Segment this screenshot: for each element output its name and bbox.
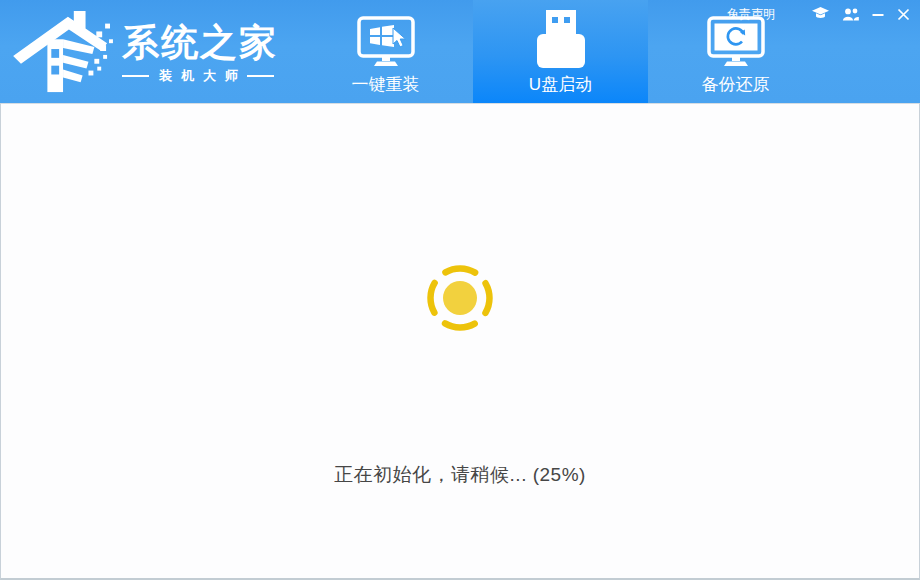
app-logo: 系统之家 装机大师: [12, 6, 278, 96]
usb-drive-icon: [529, 10, 593, 68]
minimize-button[interactable]: [872, 6, 884, 22]
disclaimer-link[interactable]: 免责声明: [727, 6, 775, 23]
titlebar-controls: 免责声明: [727, 5, 910, 23]
main-panel: [0, 103, 920, 580]
support-icon[interactable]: [812, 6, 829, 22]
divider-line: [247, 75, 274, 77]
logo-subtitle: 装机大师: [122, 67, 278, 85]
home-logo-icon: [12, 6, 118, 96]
loading-spinner: [424, 262, 496, 334]
divider-line: [122, 75, 149, 77]
tab-label: 一键重装: [352, 73, 420, 96]
app-window: 系统之家 装机大师: [0, 0, 920, 580]
users-icon[interactable]: [842, 6, 859, 22]
tab-usb-boot[interactable]: U盘启动: [473, 0, 648, 103]
logo-subtitle-text: 装机大师: [149, 67, 247, 85]
tab-one-click-reinstall[interactable]: 一键重装: [298, 0, 473, 103]
close-button[interactable]: [897, 6, 910, 22]
monitor-windows-icon: [356, 15, 416, 68]
header: 系统之家 装机大师: [0, 0, 920, 103]
status-text: 正在初始化，请稍候... (25%): [0, 462, 920, 488]
close-icon: [897, 8, 910, 21]
tab-label: U盘启动: [529, 73, 592, 96]
logo-title: 系统之家: [122, 23, 278, 64]
tab-label: 备份还原: [702, 73, 770, 96]
logo-text: 系统之家 装机大师: [122, 23, 278, 85]
minimize-icon: [872, 8, 884, 20]
